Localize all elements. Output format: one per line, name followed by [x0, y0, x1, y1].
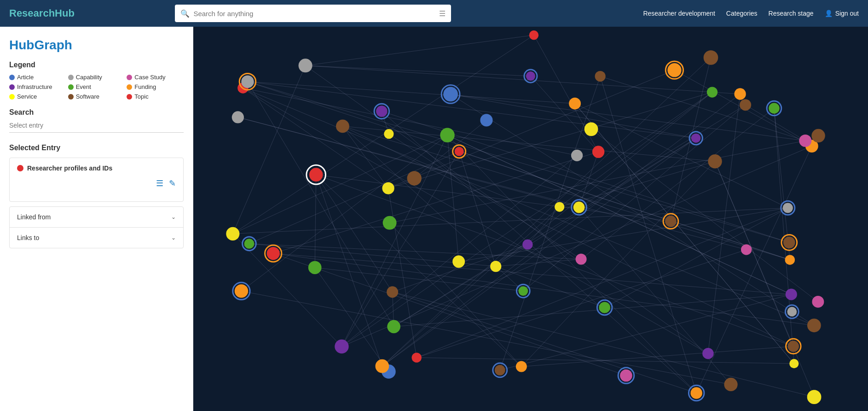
- links-to-label: Links to: [17, 234, 39, 241]
- legend-item-capability: Capability: [68, 74, 125, 81]
- nav-researcher-development[interactable]: Researcher development: [643, 10, 715, 17]
- sidebar-title: HubGraph: [9, 38, 184, 53]
- nav-research-stage[interactable]: Research stage: [769, 10, 814, 17]
- logo-research: Research: [9, 7, 55, 19]
- legend-item-funding: Funding: [127, 83, 184, 90]
- entry-name-row: Researcher profiles and IDs: [17, 164, 176, 172]
- selected-entry-title: Selected Entry: [9, 144, 184, 152]
- sidebar: HubGraph Legend ArticleCapabilityCase St…: [0, 27, 193, 411]
- legend-item-case-study: Case Study: [127, 74, 184, 81]
- header: ResearchHub 🔍 ☰ Researcher development C…: [0, 0, 868, 27]
- sign-out-button[interactable]: 👤 Sign out: [825, 10, 859, 17]
- nav-links: Researcher development Categories Resear…: [643, 10, 859, 17]
- legend-item-service: Service: [9, 93, 66, 100]
- legend-item-infrastructure: Infrastructure: [9, 83, 66, 90]
- legend-item-software: Software: [68, 93, 125, 100]
- legend-item-article: Article: [9, 74, 66, 81]
- linked-from-label: Linked from: [17, 213, 51, 221]
- links-to-row[interactable]: Links to ⌄: [10, 228, 183, 248]
- search-input[interactable]: [193, 10, 435, 18]
- entry-search-input[interactable]: [9, 122, 184, 129]
- user-icon: 👤: [825, 10, 833, 17]
- entry-name: Researcher profiles and IDs: [27, 164, 112, 172]
- linked-from-row[interactable]: Linked from ⌄: [10, 207, 183, 228]
- entry-edit-button[interactable]: ✎: [169, 178, 176, 188]
- legend-item-topic: Topic: [127, 93, 184, 100]
- main-layout: HubGraph Legend ArticleCapabilityCase St…: [0, 27, 868, 411]
- search-icon: 🔍: [180, 9, 190, 18]
- search-input-wrapper: [9, 121, 184, 133]
- sign-out-label: Sign out: [835, 10, 859, 17]
- entry-dot: [17, 165, 23, 171]
- search-bar: 🔍 ☰: [175, 5, 451, 22]
- legend-grid: ArticleCapabilityCase StudyInfrastructur…: [9, 74, 184, 100]
- hubgraph-canvas[interactable]: [193, 27, 868, 411]
- filter-icon[interactable]: ☰: [439, 9, 446, 18]
- legend-title: Legend: [9, 61, 184, 69]
- entry-card: Researcher profiles and IDs ☰ ✎: [9, 158, 184, 202]
- nav-categories[interactable]: Categories: [726, 10, 758, 17]
- logo-hub: Hub: [55, 7, 75, 19]
- entry-actions: ☰ ✎: [17, 178, 176, 188]
- graph-area[interactable]: [193, 27, 868, 411]
- search-section-title: Search: [9, 108, 184, 117]
- legend-item-event: Event: [68, 83, 125, 90]
- linked-section: Linked from ⌄ Links to ⌄: [9, 206, 184, 248]
- entry-detail-button[interactable]: ☰: [156, 178, 163, 188]
- links-to-chevron: ⌄: [171, 235, 176, 241]
- linked-from-chevron: ⌄: [171, 214, 176, 220]
- logo: ResearchHub: [9, 7, 75, 19]
